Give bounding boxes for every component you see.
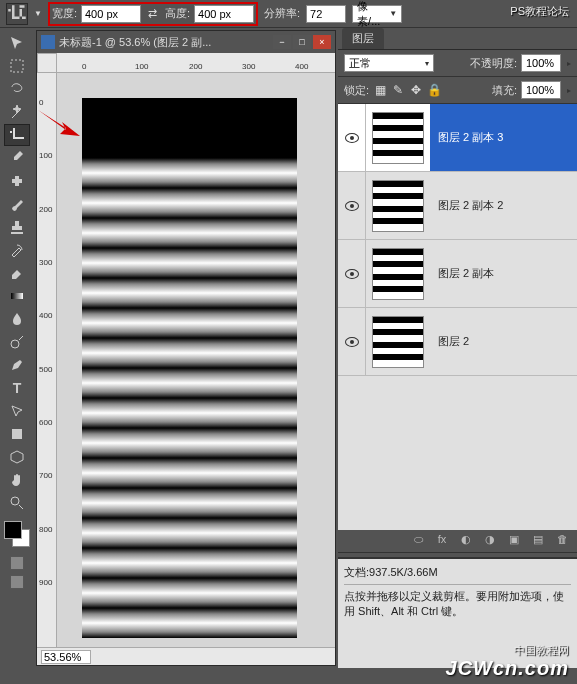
layer-item[interactable]: 图层 2 副本 3: [338, 104, 577, 172]
color-swatches[interactable]: [2, 521, 32, 551]
eraser-tool[interactable]: [4, 262, 30, 284]
watermark-bottom: JCWcn.com: [446, 657, 569, 680]
document-statusbar: [37, 647, 335, 665]
vertical-ruler[interactable]: 0 100 200 300 400 500 600 700 800 900: [37, 73, 57, 647]
canvas-area[interactable]: [57, 73, 335, 647]
dodge-tool[interactable]: [4, 331, 30, 353]
resolution-input[interactable]: [306, 5, 346, 23]
visibility-icon[interactable]: [345, 337, 359, 347]
adjustment-layer-icon[interactable]: ◑: [481, 533, 499, 549]
ruler-corner: [37, 53, 57, 73]
delete-layer-icon[interactable]: 🗑: [553, 533, 571, 549]
layer-thumbnail[interactable]: [372, 316, 424, 368]
chevron-right-icon[interactable]: ▸: [567, 59, 571, 68]
lasso-tool[interactable]: [4, 78, 30, 100]
fill-label: 填充:: [492, 83, 517, 98]
healing-tool[interactable]: [4, 170, 30, 192]
lock-all-icon[interactable]: 🔒: [427, 83, 441, 97]
layer-thumbnail[interactable]: [372, 248, 424, 300]
document-titlebar[interactable]: 未标题-1 @ 53.6% (图层 2 副... − □ ×: [37, 31, 335, 53]
history-brush-tool[interactable]: [4, 239, 30, 261]
lock-pixels-icon[interactable]: ✎: [391, 83, 405, 97]
screenmode-icon[interactable]: [10, 575, 24, 589]
svg-rect-3: [11, 293, 23, 299]
gradient-tool[interactable]: [4, 285, 30, 307]
height-label: 高度:: [165, 6, 190, 21]
lock-label: 锁定:: [344, 83, 369, 98]
quickmask-icon[interactable]: [10, 556, 24, 570]
blur-tool[interactable]: [4, 308, 30, 330]
stripe-content: [82, 158, 297, 628]
shape-tool[interactable]: [4, 423, 30, 445]
hint-text: 点按并拖移以定义裁剪框。要用附加选项，使用 Shift、Alt 和 Ctrl 键…: [344, 589, 571, 619]
layer-group-icon[interactable]: ▣: [505, 533, 523, 549]
maximize-button[interactable]: □: [293, 35, 311, 49]
svg-point-4: [11, 340, 19, 348]
wand-tool[interactable]: [4, 101, 30, 123]
layer-item[interactable]: 图层 2: [338, 308, 577, 376]
visibility-icon[interactable]: [345, 133, 359, 143]
canvas[interactable]: [82, 98, 297, 628]
layers-panel: 图层 正常▾ 不透明度: 100% ▸ 锁定: ▦ ✎ ✥ 🔒 填充:: [338, 28, 577, 668]
zoom-tool[interactable]: [4, 492, 30, 514]
new-layer-icon[interactable]: ▤: [529, 533, 547, 549]
watermark-mid: 中国教程网: [514, 643, 569, 658]
link-layers-icon[interactable]: ⬭: [409, 533, 427, 549]
stamp-tool[interactable]: [4, 216, 30, 238]
layer-item[interactable]: 图层 2 副本 2: [338, 172, 577, 240]
fill-input[interactable]: 100%: [521, 81, 561, 99]
opacity-label: 不透明度:: [470, 56, 517, 71]
move-tool[interactable]: [4, 32, 30, 54]
layer-name[interactable]: 图层 2 副本: [430, 240, 577, 307]
3d-tool[interactable]: [4, 446, 30, 468]
tab-layers[interactable]: 图层: [342, 28, 384, 49]
doc-size-text: 文档:937.5K/3.66M: [344, 565, 571, 580]
dropdown-icon[interactable]: ▼: [34, 9, 42, 18]
layers-list[interactable]: 图层 2 副本 3 图层 2 副本 2 图层 2 副本: [338, 104, 577, 530]
swap-dimensions-icon[interactable]: ⇄: [145, 6, 161, 22]
svg-rect-5: [12, 429, 22, 439]
layer-name[interactable]: 图层 2 副本 3: [430, 104, 577, 171]
horizontal-ruler[interactable]: 0 100 200 300 400: [57, 53, 335, 73]
layer-name[interactable]: 图层 2: [430, 308, 577, 375]
brush-tool[interactable]: [4, 193, 30, 215]
annotation-arrow: [36, 108, 80, 140]
lock-transparent-icon[interactable]: ▦: [373, 83, 387, 97]
close-button[interactable]: ×: [313, 35, 331, 49]
visibility-icon[interactable]: [345, 269, 359, 279]
width-input[interactable]: [81, 5, 141, 23]
layer-style-icon[interactable]: fx: [433, 533, 451, 549]
document-window: 未标题-1 @ 53.6% (图层 2 副... − □ × 0 100 200…: [36, 30, 336, 666]
layer-thumbnail[interactable]: [372, 112, 424, 164]
height-input[interactable]: [194, 5, 254, 23]
layer-thumbnail[interactable]: [372, 180, 424, 232]
lock-position-icon[interactable]: ✥: [409, 83, 423, 97]
type-tool[interactable]: T: [4, 377, 30, 399]
layer-mask-icon[interactable]: ◐: [457, 533, 475, 549]
document-title: 未标题-1 @ 53.6% (图层 2 副...: [59, 35, 273, 50]
layer-buttons: ⬭ fx ◐ ◑ ▣ ▤ 🗑: [338, 530, 577, 552]
svg-point-6: [11, 497, 19, 505]
zoom-input[interactable]: [41, 650, 91, 664]
chevron-right-icon[interactable]: ▸: [567, 86, 571, 95]
svg-rect-0: [11, 60, 23, 72]
blend-mode-select[interactable]: 正常▾: [344, 54, 434, 72]
svg-rect-2: [15, 176, 19, 186]
pen-tool[interactable]: [4, 354, 30, 376]
minimize-button[interactable]: −: [273, 35, 291, 49]
path-tool[interactable]: [4, 400, 30, 422]
options-bar: ▼ 宽度: ⇄ 高度: 分辨率: 像素/...▼: [0, 0, 577, 28]
opacity-input[interactable]: 100%: [521, 54, 561, 72]
foreground-color[interactable]: [4, 521, 22, 539]
crop-tool[interactable]: [4, 124, 30, 146]
marquee-tool[interactable]: [4, 55, 30, 77]
layer-item[interactable]: 图层 2 副本: [338, 240, 577, 308]
hand-tool[interactable]: [4, 469, 30, 491]
toolbox: T: [0, 28, 34, 668]
layer-name[interactable]: 图层 2 副本 2: [430, 172, 577, 239]
eyedropper-tool[interactable]: [4, 147, 30, 169]
resolution-units-select[interactable]: 像素/...▼: [352, 5, 402, 23]
crop-tool-icon[interactable]: [6, 3, 28, 25]
visibility-icon[interactable]: [345, 201, 359, 211]
width-label: 宽度:: [52, 6, 77, 21]
